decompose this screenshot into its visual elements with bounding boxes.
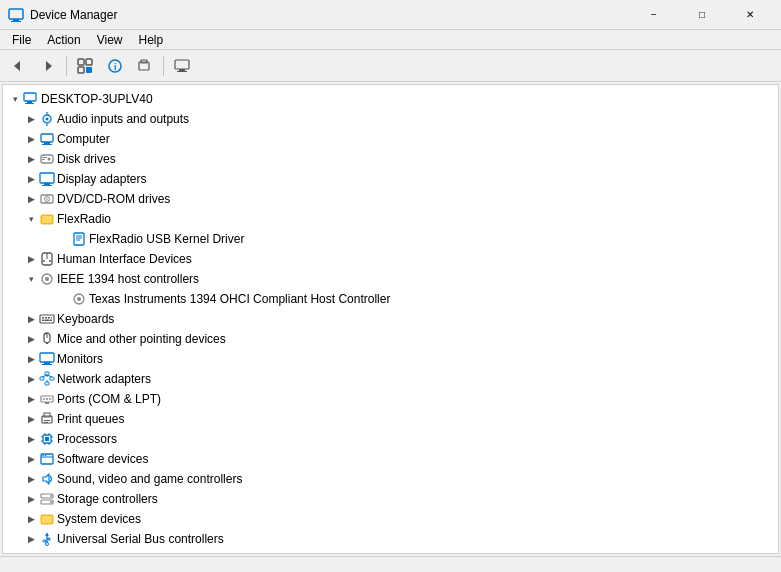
window-controls: − □ ✕ bbox=[631, 0, 773, 30]
tree-item-usb[interactable]: ▶ Universal Serial Bus controllers bbox=[3, 529, 778, 549]
tree-item-print[interactable]: ▶ Print queues bbox=[3, 409, 778, 429]
display-toggle[interactable]: ▶ bbox=[23, 171, 39, 187]
tree-item-ti[interactable]: ▶ Texas Instruments 1394 OHCI Compliant … bbox=[3, 289, 778, 309]
usb-toggle[interactable]: ▶ bbox=[23, 531, 39, 547]
disk-toggle[interactable]: ▶ bbox=[23, 151, 39, 167]
status-bar bbox=[0, 556, 781, 572]
software-toggle[interactable]: ▶ bbox=[23, 451, 39, 467]
tree-item-system[interactable]: ▶ System devices bbox=[3, 509, 778, 529]
system-toggle[interactable]: ▶ bbox=[23, 511, 39, 527]
svg-rect-37 bbox=[42, 216, 52, 223]
tree-item-audio[interactable]: ▶ Audio inputs and outputs bbox=[3, 109, 778, 129]
tree-item-display[interactable]: ▶ Display adapters bbox=[3, 169, 778, 189]
network-label: Network adapters bbox=[57, 372, 151, 386]
update-button[interactable] bbox=[131, 53, 159, 79]
tree-item-mouse[interactable]: ▶ Mice and other pointing devices bbox=[3, 329, 778, 349]
storage-toggle[interactable]: ▶ bbox=[23, 491, 39, 507]
ports-toggle[interactable]: ▶ bbox=[23, 391, 39, 407]
menu-action[interactable]: Action bbox=[39, 31, 88, 49]
tree-item-sound[interactable]: ▶ Sound, video and game controllers bbox=[3, 469, 778, 489]
menu-bar: File Action View Help bbox=[0, 30, 781, 50]
ieee-icon bbox=[39, 271, 55, 287]
tree-item-software[interactable]: ▶ Software devices bbox=[3, 449, 778, 469]
forward-button[interactable] bbox=[34, 53, 62, 79]
processors-icon bbox=[39, 431, 55, 447]
monitor-button[interactable] bbox=[168, 53, 196, 79]
tree-item-network[interactable]: ▶ Network adapters bbox=[3, 369, 778, 389]
svg-rect-17 bbox=[27, 101, 32, 103]
sound-toggle[interactable]: ▶ bbox=[23, 471, 39, 487]
tree-item-processors[interactable]: ▶ Processors bbox=[3, 429, 778, 449]
flexradio-toggle[interactable]: ▾ bbox=[23, 211, 39, 227]
root-toggle[interactable]: ▾ bbox=[7, 91, 23, 107]
print-label: Print queues bbox=[57, 412, 124, 426]
svg-point-45 bbox=[49, 260, 51, 262]
processors-label: Processors bbox=[57, 432, 117, 446]
svg-rect-38 bbox=[74, 233, 84, 245]
processors-toggle[interactable]: ▶ bbox=[23, 431, 39, 447]
tree-item-monitors[interactable]: ▶ Monitors bbox=[3, 349, 778, 369]
tree-root[interactable]: ▾ DESKTOP-3UPLV40 bbox=[3, 89, 778, 109]
ports-label: Ports (COM & LPT) bbox=[57, 392, 161, 406]
monitors-toggle[interactable]: ▶ bbox=[23, 351, 39, 367]
storage-icon bbox=[39, 491, 55, 507]
keyboard-toggle[interactable]: ▶ bbox=[23, 311, 39, 327]
svg-rect-24 bbox=[44, 142, 50, 144]
computer-toggle[interactable]: ▶ bbox=[23, 131, 39, 147]
tree-item-flexradio[interactable]: ▾ FlexRadio bbox=[3, 209, 778, 229]
sound-icon bbox=[39, 471, 55, 487]
svg-point-60 bbox=[46, 342, 48, 344]
svg-line-70 bbox=[47, 375, 52, 377]
svg-rect-56 bbox=[45, 320, 50, 322]
tree-item-ports[interactable]: ▶ Ports (COM & LPT) bbox=[3, 389, 778, 409]
title-bar: Device Manager − □ ✕ bbox=[0, 0, 781, 30]
tree-item-dvd[interactable]: ▶ DVD/CD-ROM drives bbox=[3, 189, 778, 209]
ieee-toggle[interactable]: ▾ bbox=[23, 271, 39, 287]
svg-point-20 bbox=[46, 118, 49, 121]
tree-item-hid[interactable]: ▶ Human Interface Devices bbox=[3, 249, 778, 269]
audio-icon bbox=[39, 111, 55, 127]
ti-icon bbox=[71, 291, 87, 307]
svg-text:i: i bbox=[114, 62, 117, 72]
svg-rect-18 bbox=[25, 103, 34, 104]
audio-toggle[interactable]: ▶ bbox=[23, 111, 39, 127]
mouse-toggle[interactable]: ▶ bbox=[23, 331, 39, 347]
svg-rect-32 bbox=[42, 185, 52, 186]
dvd-toggle[interactable]: ▶ bbox=[23, 191, 39, 207]
computer-icon2 bbox=[39, 131, 55, 147]
properties-button[interactable]: i bbox=[101, 53, 129, 79]
keyboard-icon bbox=[39, 311, 55, 327]
back-button[interactable] bbox=[4, 53, 32, 79]
computer-icon bbox=[23, 91, 39, 107]
svg-rect-6 bbox=[86, 59, 92, 65]
svg-rect-82 bbox=[45, 437, 49, 441]
show-hidden-button[interactable] bbox=[71, 53, 99, 79]
usb-icon bbox=[39, 531, 55, 547]
driver-label: FlexRadio USB Kernel Driver bbox=[89, 232, 244, 246]
close-button[interactable]: ✕ bbox=[727, 0, 773, 30]
svg-rect-51 bbox=[42, 317, 44, 319]
display-label: Display adapters bbox=[57, 172, 146, 186]
tree-item-ieee[interactable]: ▾ IEEE 1394 host controllers bbox=[3, 269, 778, 289]
minimize-button[interactable]: − bbox=[631, 0, 677, 30]
display-icon bbox=[39, 171, 55, 187]
tree-item-keyboard[interactable]: ▶ Keyboards bbox=[3, 309, 778, 329]
network-toggle[interactable]: ▶ bbox=[23, 371, 39, 387]
menu-help[interactable]: Help bbox=[131, 31, 172, 49]
monitors-label: Monitors bbox=[57, 352, 103, 366]
tree-item-disk[interactable]: ▶ Disk drives bbox=[3, 149, 778, 169]
mouse-icon bbox=[39, 331, 55, 347]
tree-item-computer[interactable]: ▶ Computer bbox=[3, 129, 778, 149]
menu-view[interactable]: View bbox=[89, 31, 131, 49]
hid-toggle[interactable]: ▶ bbox=[23, 251, 39, 267]
tree-item-flexradio-driver[interactable]: ▶ FlexRadio USB Kernel Driver bbox=[3, 229, 778, 249]
device-tree-container[interactable]: ▾ DESKTOP-3UPLV40 ▶ Audio bbox=[2, 84, 779, 554]
network-icon bbox=[39, 371, 55, 387]
menu-file[interactable]: File bbox=[4, 31, 39, 49]
svg-point-108 bbox=[46, 543, 49, 546]
print-toggle[interactable]: ▶ bbox=[23, 411, 39, 427]
keyboard-label: Keyboards bbox=[57, 312, 114, 326]
svg-marker-95 bbox=[43, 474, 49, 484]
tree-item-storage[interactable]: ▶ Storage controllers bbox=[3, 489, 778, 509]
restore-button[interactable]: □ bbox=[679, 0, 725, 30]
